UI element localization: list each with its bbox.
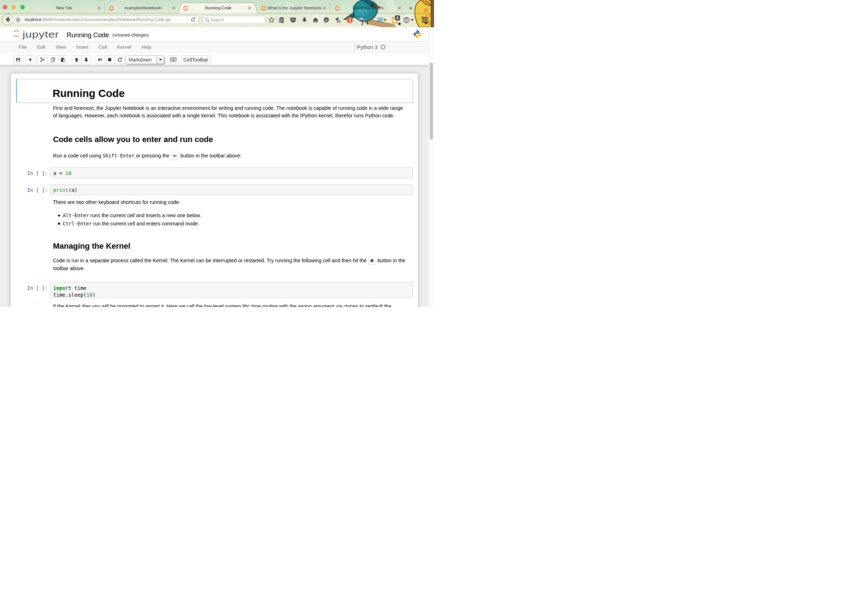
paragraph-intro: First and foremost, the Jupyter Notebook… <box>53 104 403 120</box>
input-area[interactable]: print(a) <box>50 184 413 195</box>
url-text[interactable]: localhost:8888/notebooks/docs/source/exa… <box>25 17 171 22</box>
paste-cell-button[interactable] <box>57 56 68 64</box>
tab-examples-notebook[interactable]: examples/Notebook/ <box>118 3 168 14</box>
jupyter-favicon <box>261 6 266 11</box>
bookmark-star-icon[interactable] <box>268 17 275 23</box>
window-controls <box>3 4 28 11</box>
notebook-toolbar: Markdown CellToolbar <box>0 53 434 65</box>
celltoolbar-button[interactable]: CellToolbar <box>181 56 211 64</box>
cut-cell-button[interactable] <box>37 56 48 64</box>
back-button[interactable] <box>2 14 14 25</box>
inline-stop-button-icon <box>369 257 375 265</box>
jupyter-logo-icon <box>12 30 21 38</box>
command-palette-button[interactable] <box>168 56 179 64</box>
search-placeholder[interactable]: Search <box>210 17 224 23</box>
input-area[interactable]: import time time.sleep(10) <box>50 282 413 298</box>
tab-close-icon[interactable] <box>323 5 326 11</box>
tab-running-code[interactable]: Running Code <box>193 3 243 14</box>
tab-notebook-basics[interactable]: Notebook Basics <box>343 3 393 14</box>
insert-cell-button[interactable] <box>25 56 36 64</box>
menu-file[interactable]: File <box>14 44 32 50</box>
scrollbar-track[interactable] <box>428 27 434 307</box>
code-cell-2[interactable]: In [ ]: print(a) <box>16 184 413 195</box>
menu-view[interactable]: View <box>50 44 71 50</box>
code-cell-1[interactable]: In [ ]: a = 10 <box>16 167 413 178</box>
checkpoint-status: (unsaved changes) <box>112 33 149 37</box>
menu-kernel[interactable]: Kernel <box>112 44 136 50</box>
refresh-icon <box>117 57 122 62</box>
move-cell-up-button[interactable] <box>71 56 82 64</box>
menu-cell[interactable]: Cell <box>93 44 112 50</box>
tab-what-is-jupyter[interactable]: What is the Jupyter Notebook <box>270 3 319 14</box>
url-path: :8888/notebooks/docs/source/examples/Not… <box>42 17 171 22</box>
tab-title: examples/Notebook/ <box>124 6 162 10</box>
jupyter-favicon <box>335 6 340 11</box>
paragraph-kernel-dies: If the Kernel dies you will be prompted … <box>53 303 391 307</box>
new-tab-button[interactable]: + <box>409 5 412 12</box>
python-logo-icon <box>413 30 422 39</box>
restart-kernel-button[interactable] <box>115 56 125 64</box>
tab-title: Running Code <box>205 6 231 10</box>
home-icon[interactable] <box>312 17 319 23</box>
input-prompt: In [ ]: <box>16 285 50 291</box>
abp-label: ABP <box>404 19 409 21</box>
minimize-window-button[interactable] <box>12 5 16 9</box>
input-prompt: In [ ]: <box>16 170 50 177</box>
adblock-abp-icon[interactable]: ABP <box>403 17 410 23</box>
cell-heading-1: Running Code <box>17 79 412 99</box>
notebook-title[interactable]: Running Code <box>67 31 109 39</box>
menu-hamburger-icon[interactable] <box>422 17 428 23</box>
copy-icon <box>50 57 56 62</box>
urlbar-divider <box>23 17 23 23</box>
scrollbar-thumb[interactable] <box>430 63 433 140</box>
selected-markdown-cell[interactable]: Running Code <box>16 79 413 103</box>
pocket-icon[interactable] <box>290 17 296 23</box>
paste-icon <box>60 57 65 62</box>
kernel-separator <box>355 43 355 50</box>
shortcuts-list: Alt-Enter runs the current cell and inse… <box>53 211 201 228</box>
tab-close-icon[interactable] <box>172 5 175 11</box>
blue-bug-icon[interactable] <box>377 17 383 23</box>
menu-edit[interactable]: Edit <box>32 44 50 50</box>
tab-title: New Tab <box>56 6 72 10</box>
duckduckgo-icon[interactable] <box>346 17 353 23</box>
input-prompt: In [ ]: <box>16 187 50 194</box>
dropdown-caret-icon[interactable] <box>410 19 414 22</box>
stop-icon <box>107 57 112 62</box>
browser-window: New Tab examples/Notebook/ Running Code <box>0 0 434 307</box>
tab-close-icon[interactable] <box>98 5 101 11</box>
cell-type-select[interactable]: Markdown <box>126 56 164 64</box>
dropdown-caret-icon[interactable] <box>383 19 387 22</box>
tab-close-icon[interactable] <box>398 5 401 11</box>
notebook-site: Running Code First and foremost, the Jup… <box>0 65 434 307</box>
jupyter-wordmark[interactable]: jupyter <box>23 29 59 40</box>
close-window-button[interactable] <box>3 5 7 9</box>
save-icon <box>16 57 20 62</box>
menu-help[interactable]: Help <box>136 44 157 50</box>
reload-icon[interactable] <box>191 17 196 22</box>
triangles-icon[interactable] <box>334 17 341 23</box>
zoom-window-button[interactable] <box>20 5 25 9</box>
tab-new-tab[interactable]: New Tab <box>36 3 92 14</box>
move-cell-down-button[interactable] <box>81 56 91 64</box>
jupyter-header: jupyter Running Code (unsaved changes) <box>0 27 434 42</box>
run-cell-button[interactable] <box>95 56 105 64</box>
download-icon[interactable] <box>301 17 308 23</box>
chat-smiley-icon[interactable] <box>323 17 330 23</box>
tab-close-icon[interactable] <box>248 5 251 11</box>
toolbar-shadow <box>0 65 434 68</box>
reading-list-icon[interactable] <box>278 17 285 23</box>
celltoolbar-label: CellToolbar <box>183 57 208 63</box>
input-area[interactable]: a = 10 <box>50 167 413 178</box>
dropdown-caret-icon[interactable] <box>367 19 371 22</box>
list-item: Ctrl-Enter run the current cell and ente… <box>53 220 201 228</box>
caret-down-icon <box>159 59 162 61</box>
menu-insert[interactable]: Insert <box>71 44 93 50</box>
interrupt-kernel-button[interactable] <box>105 56 115 64</box>
tab-title: What is the Jupyter Notebook <box>268 6 322 10</box>
code-cell-3[interactable]: In [ ]: import time time.sleep(10) <box>16 282 413 298</box>
save-button[interactable] <box>13 56 23 64</box>
tab-title: Notebook Basics <box>353 6 384 10</box>
copy-cell-button[interactable] <box>48 56 58 64</box>
toolbar-separator <box>277 17 277 23</box>
